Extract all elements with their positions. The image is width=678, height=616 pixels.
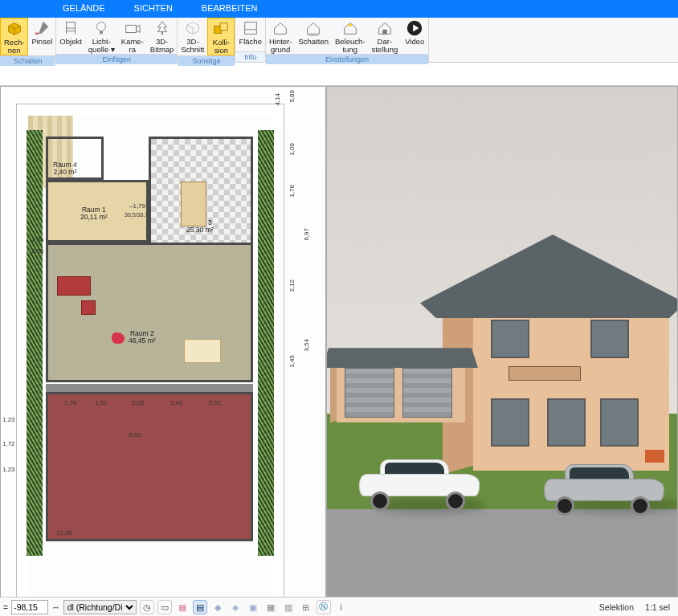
group-label-einstellungen: Einstellungen — [266, 54, 428, 64]
btn-pinsel[interactable]: Pinsel — [28, 18, 55, 55]
plot: Raum 42,40 m² Raum 120,11 m² Raum 325,30… — [28, 116, 272, 604]
tool-icon-7[interactable]: ▥ — [281, 600, 296, 614]
svg-rect-0 — [35, 33, 39, 35]
workspace: Raum 42,40 m² Raum 120,11 m² Raum 325,30… — [0, 85, 678, 615]
dim-left-1: 1,23 — [2, 416, 15, 423]
tool-icon-5[interactable]: ▣ — [246, 600, 260, 614]
btn-3d-schnitt[interactable]: 3D-Schnitt — [178, 18, 207, 55]
window-lower-1 — [491, 398, 529, 447]
garage-3d[interactable] — [330, 341, 467, 437]
shadow-icon — [304, 19, 322, 37]
svg-rect-7 — [221, 23, 228, 31]
chair-icon — [62, 19, 80, 37]
dining-table-r2[interactable] — [184, 339, 221, 363]
resize-arrow-icon: ↔ — [51, 602, 60, 612]
grid-icon[interactable]: ⊞ — [299, 600, 313, 614]
group-sonstige: 3D-Schnitt Kolli-sion Sonstige — [178, 18, 235, 62]
btn-pinsel-l1: Pinsel — [31, 38, 52, 46]
tool-icon-6[interactable]: ▦ — [263, 600, 278, 614]
ribbon-body: Rech- nen Pinsel Schatten Objekt — [0, 18, 678, 63]
svg-rect-3 — [100, 31, 103, 35]
camera-icon — [124, 19, 141, 37]
dim-r-in-3: 1,76 — [288, 185, 296, 198]
car-grey[interactable] — [544, 461, 664, 511]
window-lower-3 — [600, 398, 639, 447]
btn-darstellung[interactable]: Dar-stellung — [368, 18, 401, 54]
info-icon[interactable]: i — [334, 600, 349, 614]
tool-icon-3[interactable]: ◆ — [210, 600, 225, 614]
svg-rect-11 — [382, 30, 387, 35]
group-label-info: Info — [235, 51, 265, 62]
btn-lichtquelle[interactable]: Licht-quelle ▾ — [85, 18, 118, 54]
ribbon-tab-strip: GELÄNDE SICHTEN BEARBEITEN — [0, 0, 678, 18]
beanbag[interactable] — [112, 332, 125, 344]
svg-rect-8 — [244, 22, 256, 35]
group-label-sonstige: Sonstige — [178, 55, 235, 66]
dim-garage-bottom: 17,90 — [56, 529, 72, 536]
garage-door-2 — [402, 368, 452, 418]
area-icon — [242, 19, 259, 37]
north-icon[interactable]: Ⓝ — [317, 600, 331, 614]
btn-beleuchtung[interactable]: Beleuch-tung — [332, 18, 369, 54]
pane-2d-floorplan[interactable]: Raum 42,40 m² Raum 120,11 m² Raum 325,30… — [0, 86, 326, 615]
room-4[interactable]: Raum 42,40 m² — [46, 137, 104, 180]
dim-garage-mid: 9,63 — [129, 431, 141, 439]
status-mode-label: Selektion — [599, 602, 634, 612]
btn-flaeche[interactable]: Fläche — [235, 18, 265, 51]
group-info: Fläche Info — [235, 18, 266, 62]
dining-table-r3[interactable] — [181, 182, 206, 226]
tab-sichten[interactable]: SICHTEN — [120, 0, 187, 18]
armchair[interactable] — [81, 300, 96, 315]
direction-select[interactable]: dl (Richtung/Di — [63, 600, 137, 614]
coord-input[interactable] — [11, 600, 48, 614]
pane-3d-view[interactable] — [326, 86, 678, 615]
svg-point-2 — [97, 22, 106, 31]
room-1[interactable]: Raum 120,11 m² — [46, 180, 149, 243]
sofa[interactable] — [57, 276, 91, 296]
brush-icon — [33, 19, 51, 37]
ribbon: GELÄNDE SICHTEN BEARBEITEN Rech- nen Pin… — [0, 0, 678, 63]
dim-r-in-1: 4,14 — [274, 93, 281, 106]
dim-garage-3: 2,02 — [132, 399, 145, 406]
dim-top-3: –1,79 — [129, 202, 145, 210]
dim-r-out-3: 3,54 — [303, 339, 310, 352]
tab-bearbeiten[interactable]: BEARBEITEN — [187, 0, 272, 18]
dim-garage-5: 2,91 — [209, 399, 222, 406]
group-label-einfuegen: Einfügen — [56, 54, 177, 64]
btn-hintergrund[interactable]: Hinter-grund — [266, 18, 296, 54]
status-right: Selektion 1:1 sel — [599, 602, 678, 612]
tool-icon-2[interactable]: ▤ — [193, 600, 207, 614]
svg-point-10 — [349, 24, 352, 27]
btn-schatten[interactable]: Schatten — [295, 18, 332, 54]
btn-video[interactable]: Video — [401, 18, 428, 54]
display-icon — [376, 19, 394, 37]
collision-icon — [212, 20, 230, 38]
tree-icon — [153, 19, 171, 37]
btn-objekt[interactable]: Objekt — [56, 18, 84, 54]
lighting-icon — [341, 19, 359, 37]
dim-garage-1: 1,76 — [64, 399, 77, 406]
dim-garage-4: 1,42 — [170, 399, 183, 406]
svg-rect-4 — [126, 25, 137, 32]
car-white[interactable] — [359, 456, 480, 506]
btn-kamera[interactable]: Kame-ra — [118, 18, 147, 54]
tool-icon-1[interactable]: ▦ — [175, 600, 190, 614]
btn-kollision[interactable]: Kolli-sion — [207, 18, 235, 55]
garage-threshold — [46, 384, 253, 392]
play-icon — [406, 19, 423, 37]
room-2[interactable]: Raum 246,45 m² — [46, 243, 253, 382]
btn-rechnen[interactable]: Rech- nen — [0, 18, 28, 55]
tool-icon-4[interactable]: ◈ — [228, 600, 243, 614]
history-icon[interactable]: ◷ — [140, 600, 154, 614]
balcony — [508, 366, 581, 381]
house-bg-icon — [272, 19, 289, 37]
screen-icon[interactable]: ▭ — [157, 600, 172, 614]
garage-area[interactable]: 1,76 1,51 2,02 1,42 2,91 9,63 17,90 — [46, 392, 253, 541]
dim-r-in-4: 2,12 — [288, 279, 296, 292]
group-einstellungen: Hinter-grund Schatten Beleuch-tung Dar-s… — [266, 18, 429, 62]
btn-rechnen-l2: nen — [8, 47, 21, 55]
tab-gelaende[interactable]: GELÄNDE — [48, 0, 120, 18]
btn-3d-bitmap[interactable]: 3D-Bitmap — [147, 18, 178, 54]
dim-top-4: 30,5/30,7 — [125, 212, 148, 218]
svg-rect-1 — [67, 22, 76, 28]
